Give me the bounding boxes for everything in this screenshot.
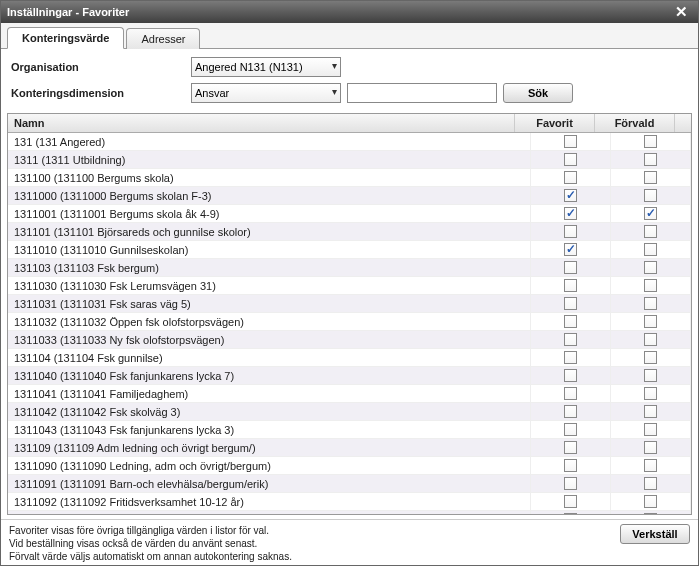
default-checkbox[interactable] bbox=[644, 405, 657, 418]
konteringsdimension-select[interactable]: Ansvar bbox=[191, 83, 341, 103]
col-favorite: Favorit bbox=[515, 114, 595, 132]
window-title: Inställningar - Favoriter bbox=[7, 6, 129, 18]
table-row: 1311040 (1311040 Fsk fanjunkarens lycka … bbox=[8, 367, 691, 385]
cell-name: 131109 (131109 Adm ledning och övrigt be… bbox=[8, 439, 531, 457]
table-row: 131109 (131109 Adm ledning och övrigt be… bbox=[8, 439, 691, 457]
tab-strip: KonteringsvärdeAdresser bbox=[1, 23, 698, 49]
cell-name: 1311030 (1311030 Fsk Lerumsvägen 31) bbox=[8, 277, 531, 295]
table-row: 1311000 (1311000 Bergums skolan F-3) bbox=[8, 187, 691, 205]
table-row: 131103 (131103 Fsk bergum) bbox=[8, 259, 691, 277]
footer-line-3: Förvalt värde väljs automatiskt om annan… bbox=[9, 550, 614, 563]
default-checkbox[interactable] bbox=[644, 279, 657, 292]
cell-name: 13111 (13111 Västra Angered) bbox=[8, 511, 531, 515]
default-checkbox[interactable] bbox=[644, 315, 657, 328]
table-row: 1311091 (1311091 Barn-och elevhälsa/berg… bbox=[8, 475, 691, 493]
cell-name: 1311001 (1311001 Bergums skola åk 4-9) bbox=[8, 205, 531, 223]
cell-name: 1311043 (1311043 Fsk fanjunkarens lycka … bbox=[8, 421, 531, 439]
favorite-checkbox[interactable] bbox=[564, 477, 577, 490]
default-checkbox[interactable] bbox=[644, 423, 657, 436]
default-checkbox[interactable] bbox=[644, 243, 657, 256]
default-checkbox[interactable] bbox=[644, 261, 657, 274]
favorite-checkbox[interactable] bbox=[564, 225, 577, 238]
table-body[interactable]: 131 (131 Angered)1311 (1311 Utbildning)1… bbox=[8, 133, 691, 514]
close-icon[interactable]: ✕ bbox=[671, 3, 692, 21]
apply-button[interactable]: Verkställ bbox=[620, 524, 690, 544]
default-checkbox[interactable] bbox=[644, 333, 657, 346]
cell-name: 1311042 (1311042 Fsk skolväg 3) bbox=[8, 403, 531, 421]
cell-name: 1311090 (1311090 Ledning, adm och övrigt… bbox=[8, 457, 531, 475]
cell-name: 1311010 (1311010 Gunnilseskolan) bbox=[8, 241, 531, 259]
default-checkbox[interactable] bbox=[644, 477, 657, 490]
favorite-checkbox[interactable] bbox=[564, 261, 577, 274]
tab-konteringsvärde[interactable]: Konteringsvärde bbox=[7, 27, 124, 49]
default-checkbox[interactable] bbox=[644, 387, 657, 400]
footer: Favoriter visas före övriga tillgängliga… bbox=[1, 519, 698, 565]
favorite-checkbox[interactable] bbox=[564, 153, 577, 166]
col-default: Förvald bbox=[595, 114, 675, 132]
search-button[interactable]: Sök bbox=[503, 83, 573, 103]
table-row: 131 (131 Angered) bbox=[8, 133, 691, 151]
favorite-checkbox[interactable] bbox=[564, 207, 577, 220]
cell-name: 1311000 (1311000 Bergums skolan F-3) bbox=[8, 187, 531, 205]
table-row: 1311031 (1311031 Fsk saras väg 5) bbox=[8, 295, 691, 313]
cell-name: 1311040 (1311040 Fsk fanjunkarens lycka … bbox=[8, 367, 531, 385]
cell-name: 1311 (1311 Utbildning) bbox=[8, 151, 531, 169]
favorite-checkbox[interactable] bbox=[564, 513, 577, 514]
favorite-checkbox[interactable] bbox=[564, 387, 577, 400]
favorite-checkbox[interactable] bbox=[564, 459, 577, 472]
table-row: 1311090 (1311090 Ledning, adm och övrigt… bbox=[8, 457, 691, 475]
default-checkbox[interactable] bbox=[644, 513, 657, 514]
col-name: Namn bbox=[8, 114, 515, 132]
default-checkbox[interactable] bbox=[644, 351, 657, 364]
cell-name: 1311091 (1311091 Barn-och elevhälsa/berg… bbox=[8, 475, 531, 493]
favorite-checkbox[interactable] bbox=[564, 135, 577, 148]
default-checkbox[interactable] bbox=[644, 441, 657, 454]
favorite-checkbox[interactable] bbox=[564, 171, 577, 184]
search-input[interactable] bbox=[347, 83, 497, 103]
table-row: 131100 (131100 Bergums skola) bbox=[8, 169, 691, 187]
default-checkbox[interactable] bbox=[644, 189, 657, 202]
favorite-checkbox[interactable] bbox=[564, 351, 577, 364]
organisation-label: Organisation bbox=[11, 61, 191, 73]
default-checkbox[interactable] bbox=[644, 171, 657, 184]
organisation-select[interactable]: Angered N131 (N131) bbox=[191, 57, 341, 77]
favorite-checkbox[interactable] bbox=[564, 333, 577, 346]
default-checkbox[interactable] bbox=[644, 135, 657, 148]
table-row: 131104 (131104 Fsk gunnilse) bbox=[8, 349, 691, 367]
tab-adresser[interactable]: Adresser bbox=[126, 28, 200, 49]
table-row: 13111 (13111 Västra Angered) bbox=[8, 511, 691, 514]
cell-name: 1311092 (1311092 Fritidsverksamhet 10-12… bbox=[8, 493, 531, 511]
table-row: 1311092 (1311092 Fritidsverksamhet 10-12… bbox=[8, 493, 691, 511]
settings-window: Inställningar - Favoriter ✕ Konteringsvä… bbox=[0, 0, 699, 566]
footer-line-2: Vid beställning visas också de värden du… bbox=[9, 537, 614, 550]
favorite-checkbox[interactable] bbox=[564, 279, 577, 292]
default-checkbox[interactable] bbox=[644, 495, 657, 508]
table-row: 1311042 (1311042 Fsk skolväg 3) bbox=[8, 403, 691, 421]
favorite-checkbox[interactable] bbox=[564, 297, 577, 310]
favorite-checkbox[interactable] bbox=[564, 441, 577, 454]
default-checkbox[interactable] bbox=[644, 225, 657, 238]
favorite-checkbox[interactable] bbox=[564, 495, 577, 508]
cell-name: 1311031 (1311031 Fsk saras väg 5) bbox=[8, 295, 531, 313]
results-table: Namn Favorit Förvald 131 (131 Angered)13… bbox=[7, 113, 692, 515]
favorite-checkbox[interactable] bbox=[564, 405, 577, 418]
favorite-checkbox[interactable] bbox=[564, 423, 577, 436]
default-checkbox[interactable] bbox=[644, 297, 657, 310]
table-row: 131101 (131101 Björsareds och gunnilse s… bbox=[8, 223, 691, 241]
table-row: 1311033 (1311033 Ny fsk olofstorpsvägen) bbox=[8, 331, 691, 349]
default-checkbox[interactable] bbox=[644, 207, 657, 220]
cell-name: 1311032 (1311032 Öppen fsk olofstorpsväg… bbox=[8, 313, 531, 331]
table-row: 1311 (1311 Utbildning) bbox=[8, 151, 691, 169]
favorite-checkbox[interactable] bbox=[564, 369, 577, 382]
default-checkbox[interactable] bbox=[644, 459, 657, 472]
favorite-checkbox[interactable] bbox=[564, 315, 577, 328]
cell-name: 131104 (131104 Fsk gunnilse) bbox=[8, 349, 531, 367]
favorite-checkbox[interactable] bbox=[564, 189, 577, 202]
default-checkbox[interactable] bbox=[644, 153, 657, 166]
default-checkbox[interactable] bbox=[644, 369, 657, 382]
cell-name: 131100 (131100 Bergums skola) bbox=[8, 169, 531, 187]
cell-name: 131 (131 Angered) bbox=[8, 133, 531, 151]
favorite-checkbox[interactable] bbox=[564, 243, 577, 256]
table-row: 1311041 (1311041 Familjedaghem) bbox=[8, 385, 691, 403]
table-row: 1311032 (1311032 Öppen fsk olofstorpsväg… bbox=[8, 313, 691, 331]
